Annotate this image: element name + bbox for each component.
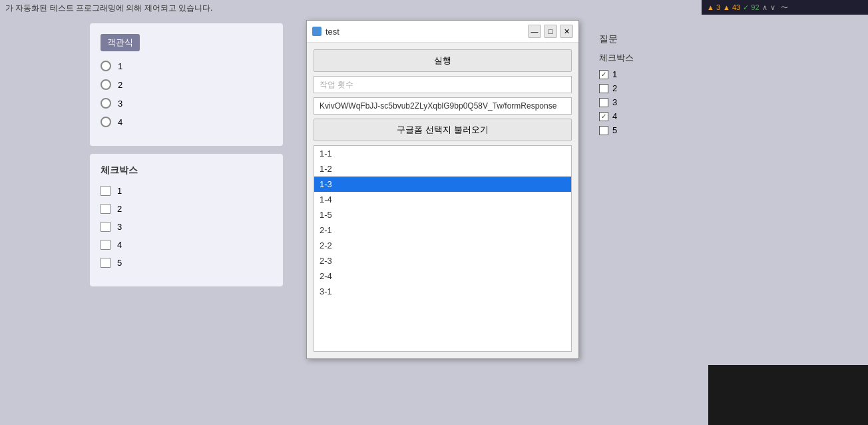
checkbox-section-title: 체크박스 (101, 165, 272, 177)
list-box[interactable]: 1-11-21-31-41-52-12-22-32-43-1 (314, 145, 572, 352)
right-cb-item-3[interactable]: 3 (599, 97, 706, 107)
list-item[interactable]: 1-4 (314, 192, 571, 207)
right-cb-item-4[interactable]: ✓ 4 (599, 111, 706, 121)
right-cb-item-5[interactable]: 5 (599, 125, 706, 135)
dialog-title: test (326, 27, 339, 37)
radio-circle-1 (101, 61, 111, 71)
list-item[interactable]: 2-4 (314, 268, 571, 284)
checkbox-box-3 (101, 222, 110, 232)
form-response-input[interactable] (314, 97, 572, 115)
checkbox-box-1 (101, 186, 110, 196)
right-cb-item-2[interactable]: 2 (599, 83, 706, 93)
radio-circle-3 (101, 98, 111, 109)
minimize-button[interactable]: — (528, 25, 541, 38)
warning-count-2: ▲ 43 (723, 3, 740, 11)
dialog-titlebar: test — □ ✕ (307, 21, 578, 43)
notification-bar: ▲ 3 ▲ 43 ✓ 92 ∧ ∨ 〜 (702, 0, 868, 15)
right-panel: 질문 체크박스 ✓ 1 2 3 ✓ 4 5 (599, 33, 706, 139)
right-cb-label-2: 2 (612, 83, 617, 93)
test-dialog: test — □ ✕ 실행 구글폼 선택지 불러오기 1-11-21-31-41… (306, 20, 579, 359)
right-cb-box-1: ✓ (599, 70, 608, 79)
checkbox-item-5[interactable]: 5 (101, 258, 272, 268)
objective-section: 객관식 1 2 3 4 (90, 23, 283, 146)
maximize-button[interactable]: □ (544, 25, 557, 38)
list-item[interactable]: 3-1 (314, 284, 571, 299)
radio-label-2: 2 (118, 80, 122, 90)
radio-circle-2 (101, 79, 111, 90)
checkbox-label-1: 1 (117, 186, 122, 196)
checkbox-section: 체크박스 1 2 3 4 5 (90, 154, 283, 286)
checkbox-box-2 (101, 204, 110, 214)
warning-count-1: ▲ 3 (707, 3, 720, 11)
list-item[interactable]: 1-3 (314, 177, 571, 192)
bottom-right-dark-area (708, 365, 868, 425)
radio-circle-4 (101, 117, 111, 127)
checkbox-item-2[interactable]: 2 (101, 204, 272, 214)
right-cb-label-4: 4 (612, 111, 617, 121)
load-google-form-button[interactable]: 구글폼 선택지 불러오기 (314, 119, 572, 141)
dialog-app-icon (312, 27, 322, 36)
list-item[interactable]: 1-5 (314, 207, 571, 222)
dialog-title-area: test (312, 27, 339, 37)
close-button[interactable]: ✕ (560, 25, 573, 38)
dialog-body: 실행 구글폼 선택지 불러오기 1-11-21-31-41-52-12-22-3… (307, 43, 578, 358)
work-count-input[interactable] (314, 76, 572, 93)
left-panel: 객관식 1 2 3 4 체크박스 1 2 (90, 23, 283, 425)
checkbox-label-3: 3 (117, 222, 122, 232)
right-cb-box-2 (599, 84, 608, 93)
checkbox-label-5: 5 (117, 258, 122, 268)
checkbox-item-3[interactable]: 3 (101, 222, 272, 232)
list-item[interactable]: 1-1 (314, 146, 571, 161)
run-button[interactable]: 실행 (314, 49, 572, 72)
graph-icon: 〜 (781, 3, 788, 13)
checkbox-box-4 (101, 240, 110, 250)
radio-item-1[interactable]: 1 (101, 61, 272, 71)
checkbox-label-4: 4 (117, 240, 122, 250)
notice-text: 가 자동화된 테스트 프로그래밍에 의해 제어되고 있습니다. (5, 3, 212, 14)
checkbox-box-5 (101, 258, 110, 268)
chevron-up-icon[interactable]: ∧ (762, 3, 767, 12)
right-cb-label-5: 5 (612, 125, 617, 135)
right-title: 질문 (599, 33, 706, 45)
chevron-down-icon[interactable]: ∨ (770, 3, 775, 12)
radio-item-4[interactable]: 4 (101, 117, 272, 127)
radio-item-3[interactable]: 3 (101, 98, 272, 109)
dialog-controls: — □ ✕ (528, 25, 573, 38)
radio-label-3: 3 (118, 99, 122, 109)
checkbox-item-1[interactable]: 1 (101, 186, 272, 196)
list-item[interactable]: 1-2 (314, 161, 571, 177)
right-cb-box-4: ✓ (599, 112, 608, 121)
radio-item-2[interactable]: 2 (101, 79, 272, 90)
radio-label-1: 1 (118, 61, 122, 71)
list-item[interactable]: 2-1 (314, 222, 571, 238)
check-count: ✓ 92 (743, 3, 759, 12)
list-item[interactable]: 2-2 (314, 238, 571, 253)
list-item[interactable]: 2-3 (314, 253, 571, 268)
objective-section-title: 객관식 (101, 34, 140, 51)
right-cb-box-3 (599, 98, 608, 107)
right-section-title: 체크박스 (599, 52, 706, 64)
checkbox-label-2: 2 (117, 204, 122, 214)
right-cb-label-1: 1 (612, 69, 617, 79)
radio-label-4: 4 (118, 117, 122, 127)
right-cb-box-5 (599, 126, 608, 135)
right-cb-item-1[interactable]: ✓ 1 (599, 69, 706, 79)
right-cb-label-3: 3 (612, 97, 617, 107)
checkbox-item-4[interactable]: 4 (101, 240, 272, 250)
